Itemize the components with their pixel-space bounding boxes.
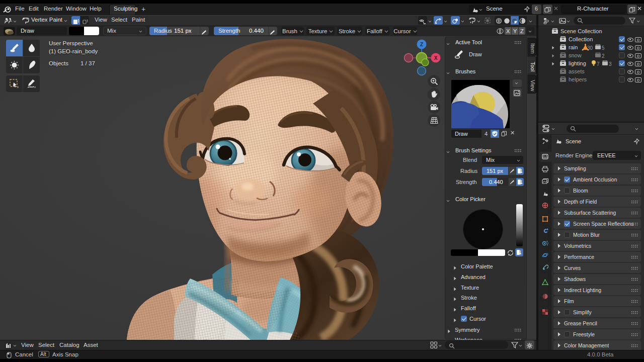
- svg-text:X: X: [434, 55, 438, 61]
- svg-text:Z: Z: [420, 42, 423, 47]
